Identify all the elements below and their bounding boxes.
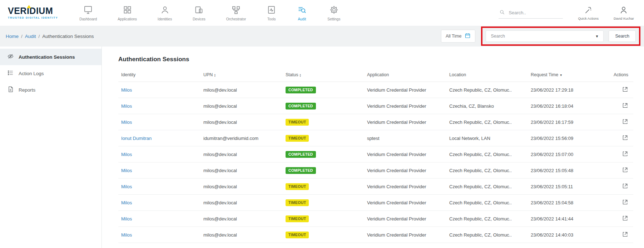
column-header-upn[interactable]: UPN▴▾ <box>200 69 283 82</box>
breadcrumb-bar: Home / Audit / Authentication Sessions A… <box>0 26 644 47</box>
status-badge: TIMEOUT <box>286 215 309 222</box>
tools-icon <box>267 5 276 15</box>
sessions-table: Identity UPN▴▾ Status▴▾ Application Loca… <box>118 69 633 243</box>
identity-link[interactable]: Milos <box>121 168 132 173</box>
time-filter-button[interactable]: All Time <box>441 30 475 43</box>
user-menu[interactable]: David Kuchar <box>614 6 634 20</box>
table-row: Milosmilos@dev.localCOMPLETEDVeridium Cr… <box>118 162 633 179</box>
identity-link[interactable]: Milos <box>121 216 132 222</box>
status-badge: COMPLETED <box>286 103 316 110</box>
table-row: Milosmilos@dev.localTIMEOUTVeridium Cred… <box>118 114 633 130</box>
view-session-details-icon[interactable] <box>622 231 628 238</box>
upn-cell: milos@dev.local <box>200 82 283 98</box>
identity-link[interactable]: Milos <box>121 103 132 109</box>
search-button[interactable]: Search <box>609 30 636 42</box>
nav-label: Applications <box>118 17 137 21</box>
application-cell: Veridium Credential Provider <box>364 82 446 98</box>
identity-link[interactable]: Milos <box>121 200 132 205</box>
application-cell: Veridium Credential Provider <box>364 195 446 211</box>
nav-label: Audit <box>298 17 306 21</box>
nav-label: Dashboard <box>79 17 97 21</box>
request-time-cell: 23/06/2022 16:17:59 <box>528 114 604 130</box>
location-cell: Czech Republic, CZ, Olomuc.. <box>446 162 528 179</box>
request-time-cell: 23/06/2022 15:56:09 <box>528 130 604 146</box>
applications-icon <box>123 5 132 15</box>
calendar-icon <box>465 33 471 40</box>
nav-item-orchestrator[interactable]: Orchestrator <box>226 5 246 21</box>
annotation-highlight-box: Search ▼ Search <box>481 26 640 46</box>
identity-link[interactable]: Milos <box>121 152 132 157</box>
view-session-details-icon[interactable] <box>622 86 628 93</box>
identities-icon <box>160 5 170 15</box>
sidebar-item-authentication-sessions[interactable]: Authentication Sessions <box>0 49 101 65</box>
time-filter-label: All Time <box>446 34 461 39</box>
breadcrumb-audit-link[interactable]: Audit <box>25 34 36 39</box>
view-session-details-icon[interactable] <box>622 135 628 142</box>
upn-cell: milos@dev.local <box>200 98 283 114</box>
status-badge: TIMEOUT <box>286 199 309 206</box>
nav-item-identities[interactable]: Identities <box>158 5 172 21</box>
view-session-details-icon[interactable] <box>622 183 628 190</box>
view-session-details-icon[interactable] <box>622 151 628 158</box>
identity-link[interactable]: Milos <box>121 120 132 125</box>
column-header-identity: Identity <box>118 69 200 82</box>
status-badge: TIMEOUT <box>286 135 309 142</box>
breadcrumb-home-link[interactable]: Home <box>6 34 19 39</box>
authentication-sessions-icon <box>7 53 14 61</box>
nav-item-applications[interactable]: Applications <box>118 5 137 21</box>
breadcrumb-separator: / <box>39 34 40 39</box>
identity-link[interactable]: Milos <box>121 232 132 238</box>
request-time-cell: 23/06/2022 16:18:04 <box>528 98 604 114</box>
table-row: Milosmilos@dev.localTIMEOUTVeridium Cred… <box>118 211 633 227</box>
location-cell: Local Network, LAN <box>446 130 528 146</box>
sidebar-item-action-logs[interactable]: Action Logs <box>0 65 101 82</box>
upn-cell: idumitran@veridiumid.com <box>200 130 283 146</box>
nav-item-settings[interactable]: Settings <box>327 5 340 21</box>
table-footer: 100 total 12345 <box>118 243 633 248</box>
identity-link[interactable]: Milos <box>121 184 132 189</box>
identity-link[interactable]: Milos <box>121 87 132 93</box>
quick-actions-label: Quick Actions <box>578 16 599 20</box>
settings-gear-icon <box>329 5 339 15</box>
identity-link[interactable]: Ionut Dumitran <box>121 136 152 141</box>
quick-actions-button[interactable]: Quick Actions <box>578 6 599 20</box>
column-header-request-time[interactable]: Request Time▾ <box>528 69 604 82</box>
sidebar-item-reports[interactable]: Reports <box>0 82 101 98</box>
veridium-logo[interactable]: VERIDIUM TRUSTED DIGITAL IDENTITY <box>8 6 58 19</box>
nav-item-devices[interactable]: Devices <box>193 5 205 21</box>
reports-icon <box>7 86 14 94</box>
view-session-details-icon[interactable] <box>622 167 628 174</box>
global-search-input[interactable] <box>509 10 555 15</box>
page-title: Authentication Sessions <box>118 56 633 63</box>
location-cell: Czech Republic, CZ, Olomuc.. <box>446 146 528 162</box>
nav-label: Settings <box>327 17 340 21</box>
status-badge: COMPLETED <box>286 167 316 174</box>
search-type-dropdown[interactable]: Search ▼ <box>486 30 604 42</box>
location-cell: Czech Republic, CZ, Olomuc.. <box>446 82 528 98</box>
request-time-cell: 23/06/2022 14:40:03 <box>528 227 604 243</box>
view-session-details-icon[interactable] <box>622 199 628 206</box>
upn-cell: milos@dev.local <box>200 146 283 162</box>
sidebar-item-label: Action Logs <box>19 71 44 76</box>
column-header-actions: Actions <box>604 69 633 82</box>
nav-item-dashboard[interactable]: Dashboard <box>79 5 97 21</box>
filter-area: All Time Search ▼ Search <box>441 26 640 46</box>
table-row: Milosmilos@dev.localCOMPLETEDVeridium Cr… <box>118 82 633 98</box>
sidebar: Authentication Sessions Action Logs Repo… <box>0 47 102 248</box>
location-cell: Czech Republic, CZ, Olomuc.. <box>446 179 528 195</box>
sort-desc-icon: ▾ <box>560 73 562 77</box>
status-badge: COMPLETED <box>286 151 316 158</box>
nav-label: Identities <box>158 17 172 21</box>
nav-item-audit[interactable]: Audit <box>297 5 307 21</box>
sidebar-item-label: Authentication Sessions <box>19 54 75 60</box>
application-cell: Veridium Credential Provider <box>364 162 446 179</box>
brand-tagline: TRUSTED DIGITAL IDENTITY <box>8 16 58 19</box>
view-session-details-icon[interactable] <box>622 118 628 126</box>
upn-cell: milos@dev.local <box>200 162 283 179</box>
nav-item-tools[interactable]: Tools <box>267 5 276 21</box>
column-header-location: Location <box>446 69 528 82</box>
view-session-details-icon[interactable] <box>622 102 628 110</box>
view-session-details-icon[interactable] <box>622 215 628 222</box>
location-cell: Czech Republic, CZ, Olomuc.. <box>446 195 528 211</box>
column-header-status[interactable]: Status▴▾ <box>283 69 364 82</box>
